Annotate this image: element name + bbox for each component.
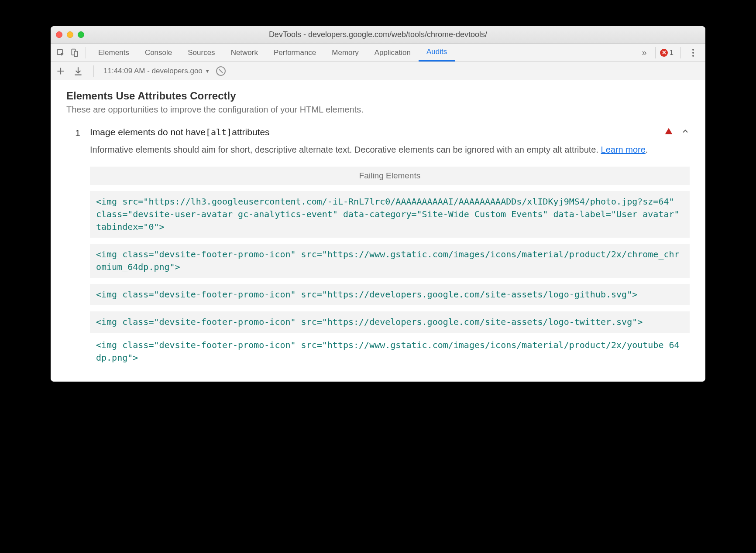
- tab-application[interactable]: Application: [367, 44, 419, 61]
- collapse-icon[interactable]: [681, 127, 690, 137]
- dropdown-triangle-icon: ▼: [205, 68, 210, 74]
- audit-title: Image elements do not have [alt] attribu…: [90, 127, 270, 137]
- tab-memory[interactable]: Memory: [324, 44, 366, 61]
- divider: [86, 47, 86, 58]
- audit-title-code: [alt]: [206, 127, 232, 137]
- audit-title-pre: Image elements do not have: [90, 127, 206, 137]
- failing-element-code[interactable]: <img class="devsite-footer-promo-icon" s…: [90, 311, 690, 333]
- tab-network[interactable]: Network: [223, 44, 266, 61]
- warning-icon: [664, 127, 673, 137]
- traffic-lights: [56, 31, 84, 38]
- divider: [680, 47, 681, 58]
- audit-item: 1 Image elements do not have [alt] attri…: [66, 127, 690, 364]
- divider: [93, 65, 94, 77]
- audit-desc-text: Informative elements should aim for shor…: [90, 145, 601, 154]
- tab-console[interactable]: Console: [137, 44, 180, 61]
- audit-count: 1: [66, 127, 80, 138]
- more-tabs-icon[interactable]: »: [638, 46, 651, 59]
- audits-toolbar: 11:44:09 AM - developers.goo ▼: [51, 62, 705, 80]
- section-subtitle: These are opportunities to improve the c…: [66, 105, 690, 115]
- tab-sources[interactable]: Sources: [180, 44, 223, 61]
- failing-element-code[interactable]: <img class="devsite-footer-promo-icon" s…: [90, 339, 690, 364]
- audit-run-label: 11:44:09 AM - developers.goo: [103, 67, 203, 75]
- audit-title-post: attributes: [232, 127, 269, 137]
- learn-more-link[interactable]: Learn more: [601, 145, 646, 154]
- main-tabbar: ElementsConsoleSourcesNetworkPerformance…: [51, 44, 705, 62]
- download-report-icon[interactable]: [72, 65, 84, 77]
- titlebar: DevTools - developers.google.com/web/too…: [51, 26, 705, 44]
- close-window-button[interactable]: [56, 31, 62, 38]
- error-count-value: 1: [670, 49, 674, 57]
- audit-content: Elements Use Attributes Correctly These …: [51, 80, 705, 382]
- audit-run-selector[interactable]: 11:44:09 AM - developers.goo ▼: [103, 67, 210, 75]
- svg-rect-2: [74, 51, 78, 56]
- failing-elements-header: Failing Elements: [90, 167, 690, 185]
- minimize-window-button[interactable]: [67, 31, 73, 38]
- audit-description: Informative elements should aim for shor…: [90, 143, 690, 156]
- error-icon: ✕: [660, 49, 668, 57]
- tab-audits[interactable]: Audits: [419, 44, 455, 61]
- window-title: DevTools - developers.google.com/web/too…: [51, 30, 705, 39]
- failing-element-code[interactable]: <img class="devsite-footer-promo-icon" s…: [90, 244, 690, 278]
- failing-element-code[interactable]: <img src="https://lh3.googleusercontent.…: [90, 191, 690, 238]
- audit-desc-post: .: [646, 145, 648, 154]
- section-title: Elements Use Attributes Correctly: [66, 90, 690, 102]
- zoom-window-button[interactable]: [78, 31, 84, 38]
- error-count[interactable]: ✕ 1: [660, 49, 674, 57]
- new-audit-icon[interactable]: [55, 65, 66, 77]
- devtools-window: DevTools - developers.google.com/web/too…: [51, 26, 705, 382]
- inspect-element-icon[interactable]: [54, 46, 67, 59]
- failing-element-code[interactable]: <img class="devsite-footer-promo-icon" s…: [90, 284, 690, 305]
- divider: [655, 47, 656, 58]
- tab-performance[interactable]: Performance: [266, 44, 324, 61]
- device-toolbar-icon[interactable]: [68, 46, 81, 59]
- tab-elements[interactable]: Elements: [90, 44, 137, 61]
- settings-menu-icon[interactable]: [688, 49, 698, 57]
- clear-icon[interactable]: [216, 66, 226, 76]
